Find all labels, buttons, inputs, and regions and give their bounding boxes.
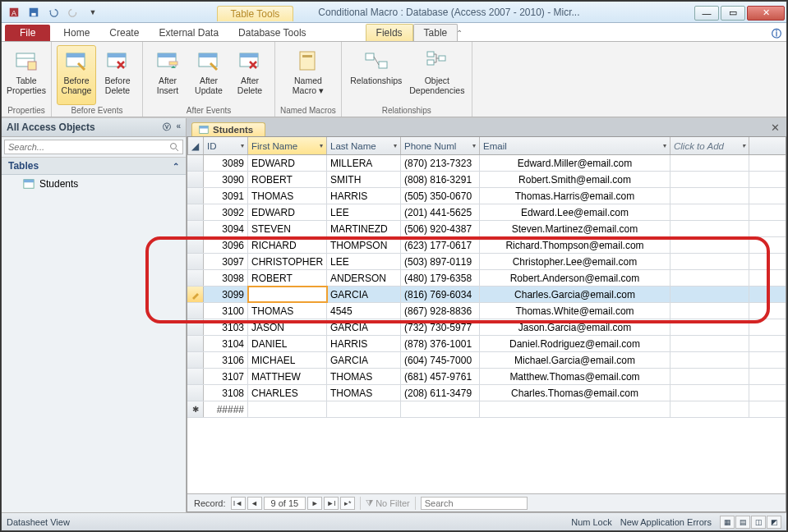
record-search-input[interactable] bbox=[421, 497, 528, 510]
column-header-first-name[interactable]: First Name▾ bbox=[248, 137, 327, 154]
relationships-button[interactable]: Relationships bbox=[347, 45, 406, 105]
table-row[interactable]: 3096RICHARDTHOMPSON(623) 177-0617Richard… bbox=[187, 237, 786, 254]
cell-fn[interactable]: MATTHEW bbox=[248, 369, 327, 384]
cell-ph[interactable]: (867) 928-8836 bbox=[401, 303, 480, 319]
cell-id[interactable]: 3099 bbox=[204, 287, 248, 302]
undo-icon[interactable] bbox=[44, 4, 62, 21]
cell-em[interactable]: Steven.Martinez@email.com bbox=[480, 221, 670, 236]
cell-id[interactable]: 3104 bbox=[204, 336, 248, 351]
prev-record-button[interactable]: ◄ bbox=[247, 497, 262, 510]
named-macro-button[interactable]: Named Macro ▾ bbox=[288, 45, 328, 105]
dropdown-icon[interactable]: ▾ bbox=[472, 142, 476, 149]
cell-ln[interactable]: HARRIS bbox=[327, 188, 401, 204]
cell-em[interactable]: Edward.Lee@email.com bbox=[480, 204, 670, 220]
row-selector[interactable] bbox=[187, 155, 204, 171]
after-insert-button[interactable]: After Insert bbox=[148, 45, 187, 105]
cell-em[interactable]: Jason.Garcia@email.com bbox=[480, 319, 670, 335]
cell-fn[interactable]: THOMAS bbox=[248, 303, 327, 319]
cell-fn[interactable]: ROBERT bbox=[248, 270, 327, 286]
new-record-row[interactable]: ##### bbox=[187, 401, 786, 418]
row-selector[interactable] bbox=[187, 401, 204, 417]
before-delete-button[interactable]: Before Delete bbox=[98, 45, 137, 105]
cell-ph[interactable]: (506) 920-4387 bbox=[401, 221, 480, 236]
cell-add[interactable] bbox=[670, 155, 749, 171]
table-row[interactable]: 3090ROBERTSMITH(808) 816-3291Robert.Smit… bbox=[187, 172, 786, 188]
minimize-button[interactable]: ― bbox=[694, 6, 719, 21]
grid-body[interactable]: 3089EDWARDMILLERA(870) 213-7323Edward.Mi… bbox=[187, 155, 786, 493]
maximize-button[interactable]: ▭ bbox=[721, 6, 745, 21]
cell-ln[interactable]: THOMAS bbox=[327, 369, 401, 384]
save-icon[interactable] bbox=[25, 4, 43, 21]
database-tools-tab[interactable]: Database Tools bbox=[228, 25, 316, 41]
cell-add[interactable] bbox=[670, 188, 749, 204]
cell-em[interactable]: Charles.Garcia@email.com bbox=[480, 287, 670, 302]
cell-add[interactable] bbox=[670, 254, 749, 269]
cell-id[interactable]: 3091 bbox=[204, 188, 248, 204]
cell-em[interactable]: Edward.Miller@email.com bbox=[480, 155, 670, 171]
cell-fn[interactable] bbox=[248, 401, 327, 417]
cell-em[interactable]: Matthew.Thomas@email.com bbox=[480, 369, 670, 384]
cell-fn[interactable]: ROBERT bbox=[248, 172, 327, 187]
cell-id[interactable]: 3108 bbox=[204, 385, 248, 401]
row-selector[interactable] bbox=[187, 188, 204, 204]
cell-ph[interactable]: (816) 769-6034 bbox=[401, 287, 480, 302]
nav-pane-header[interactable]: All Access Objects ⓥ« bbox=[2, 118, 186, 137]
cell-em[interactable]: Thomas.White@email.com bbox=[480, 303, 670, 319]
row-selector[interactable] bbox=[187, 270, 204, 286]
table-tab[interactable]: Table bbox=[413, 24, 459, 41]
dropdown-icon[interactable]: ▾ bbox=[241, 142, 244, 149]
table-row[interactable]: 3098ROBERTANDERSON(480) 179-6358Robert.A… bbox=[187, 270, 786, 287]
document-close-button[interactable]: ✕ bbox=[764, 120, 786, 135]
dropdown-icon[interactable]: ▾ bbox=[742, 142, 745, 149]
cell-id[interactable]: 3100 bbox=[204, 303, 248, 319]
cell-fn[interactable]: STEVEN bbox=[248, 221, 327, 236]
cell-em[interactable]: Robert.Anderson@email.com bbox=[480, 270, 670, 286]
cell-ln[interactable]: HARRIS bbox=[327, 336, 401, 351]
table-row[interactable]: 3106MICHAELGARCIA(604) 745-7000Michael.G… bbox=[187, 352, 786, 369]
nav-group-tables[interactable]: Tables ⌃ bbox=[2, 158, 186, 175]
access-app-icon[interactable]: A bbox=[5, 4, 23, 21]
cell-fn[interactable]: RICHARD bbox=[248, 237, 327, 253]
dropdown-icon[interactable]: ▾ bbox=[663, 142, 666, 149]
nav-item-students[interactable]: Students bbox=[2, 175, 186, 193]
cell-ph[interactable] bbox=[401, 401, 480, 417]
row-selector[interactable] bbox=[187, 369, 204, 384]
table-row[interactable]: 3103JASONGARCIA(732) 730-5977Jason.Garci… bbox=[187, 319, 786, 336]
column-header-email[interactable]: Email▾ bbox=[480, 137, 670, 154]
last-record-button[interactable]: ►I bbox=[324, 497, 339, 510]
cell-fn[interactable]: MICHAEL bbox=[248, 352, 327, 368]
cell-fn[interactable]: THOMAS bbox=[248, 188, 327, 204]
cell-ln[interactable]: GARCIA bbox=[327, 352, 401, 368]
cell-em[interactable] bbox=[480, 401, 670, 417]
table-row[interactable]: 3089EDWARDMILLERA(870) 213-7323Edward.Mi… bbox=[187, 155, 786, 172]
cell-add[interactable] bbox=[670, 172, 749, 187]
cell-ph[interactable]: (681) 457-9761 bbox=[401, 369, 480, 384]
design-view-icon[interactable]: ◩ bbox=[767, 516, 781, 529]
chart-view-icon[interactable]: ◫ bbox=[751, 516, 766, 529]
cell-id[interactable]: 3090 bbox=[204, 172, 248, 187]
after-delete-button[interactable]: After Delete bbox=[230, 45, 270, 105]
select-all-header[interactable]: ◢ bbox=[187, 137, 204, 154]
cell-ph[interactable]: (870) 213-7323 bbox=[401, 155, 480, 171]
cell-em[interactable]: Thomas.Harris@email.com bbox=[480, 188, 670, 204]
cell-add[interactable] bbox=[670, 336, 749, 351]
cell-ln[interactable]: SMITH bbox=[327, 172, 401, 187]
home-tab[interactable]: Home bbox=[53, 25, 99, 41]
column-header-add[interactable]: Click to Add▾ bbox=[670, 137, 749, 154]
cell-ln[interactable]: GARCIA bbox=[327, 287, 401, 302]
nav-collapse-icon[interactable]: « bbox=[176, 122, 181, 133]
cell-id[interactable]: 3096 bbox=[204, 237, 248, 253]
cell-ph[interactable]: (201) 441-5625 bbox=[401, 204, 480, 220]
cell-fn[interactable]: DANIEL bbox=[248, 336, 327, 351]
cell-add[interactable] bbox=[670, 237, 749, 253]
first-record-button[interactable]: I◄ bbox=[231, 497, 246, 510]
row-selector[interactable] bbox=[187, 319, 204, 335]
cell-fn[interactable]: EDWARD bbox=[248, 204, 327, 220]
nav-group-collapse-icon[interactable]: ⌃ bbox=[173, 162, 179, 171]
create-tab[interactable]: Create bbox=[99, 25, 149, 41]
nav-dropdown-icon[interactable]: ⓥ bbox=[163, 122, 171, 133]
table-properties-button[interactable]: Table Properties bbox=[7, 45, 46, 105]
row-selector[interactable] bbox=[187, 237, 204, 253]
table-row[interactable]: 3107MATTHEWTHOMAS(681) 457-9761Matthew.T… bbox=[187, 369, 786, 385]
cell-ph[interactable]: (505) 350-0670 bbox=[401, 188, 480, 204]
